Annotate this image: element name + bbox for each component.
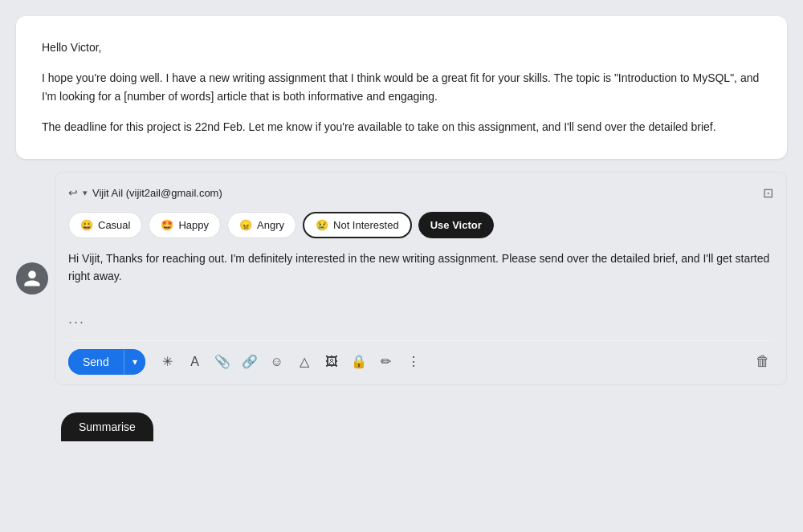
use-victor-label: Use Victor	[430, 219, 482, 231]
user-icon	[22, 269, 42, 288]
email-paragraph1: I hope you're doing well. I have a new w…	[42, 69, 761, 105]
compose-top-row: ↩ ▾ Vijit Ail (vijit2ail@gmail.com) ⊡	[68, 185, 773, 201]
emoji-icon[interactable]: ☺	[264, 349, 290, 375]
drive-icon[interactable]: △	[291, 349, 317, 375]
compose-toolbar: Send ▾ ✳ A 📎 🔗 ☺ △ 🖼 🔒 ✏ ⋮	[68, 340, 773, 375]
email-paragraph2: The deadline for this project is 22nd Fe…	[42, 118, 761, 136]
image-icon[interactable]: 🖼	[319, 349, 344, 375]
delete-icon[interactable]: 🗑	[752, 350, 773, 373]
send-dropdown-button[interactable]: ▾	[124, 350, 145, 374]
from-label: Vijit Ail (vijit2ail@gmail.com)	[92, 187, 222, 199]
ai-icon[interactable]: ✳	[155, 349, 181, 375]
tone-happy-button[interactable]: 🤩 Happy	[149, 212, 221, 238]
more-options-icon[interactable]: ⋮	[401, 349, 426, 375]
lock-icon[interactable]: 🔒	[346, 349, 372, 375]
send-dropdown-arrow: ▾	[132, 356, 137, 368]
attach-icon[interactable]: 📎	[210, 349, 235, 375]
link-icon[interactable]: 🔗	[237, 349, 263, 375]
tone-not-interested-button[interactable]: 😢 Not Interested	[303, 212, 412, 238]
compose-meta: ↩ ▾ Vijit Ail (vijit2ail@gmail.com)	[68, 186, 222, 199]
email-card: Hello Victor, I hope you're doing well. …	[16, 16, 787, 159]
summarise-container: Summarise	[16, 409, 787, 441]
casual-emoji: 😀	[80, 219, 93, 231]
reply-icon: ↩	[68, 186, 78, 199]
format-text-icon[interactable]: A	[182, 349, 208, 375]
reply-dropdown-icon[interactable]: ▾	[83, 188, 88, 198]
summarise-button[interactable]: Summarise	[61, 412, 153, 441]
signature-icon[interactable]: ✏	[373, 349, 399, 375]
toolbar-left: Send ▾ ✳ A 📎 🔗 ☺ △ 🖼 🔒 ✏ ⋮	[68, 349, 426, 375]
ellipsis: ···	[68, 314, 773, 331]
not-interested-label: Not Interested	[333, 219, 399, 231]
expand-icon[interactable]: ⊡	[763, 185, 773, 201]
toolbar-right: 🗑	[752, 350, 773, 373]
email-greeting: Hello Victor,	[42, 39, 761, 56]
happy-emoji: 🤩	[161, 219, 173, 231]
tone-angry-button[interactable]: 😠 Angry	[227, 212, 296, 238]
email-body: Hello Victor, I hope you're doing well. …	[42, 39, 761, 136]
avatar	[16, 262, 48, 294]
page-container: Hello Victor, I hope you're doing well. …	[16, 16, 787, 441]
not-interested-emoji: 😢	[316, 219, 328, 231]
angry-emoji: 😠	[239, 219, 252, 231]
use-victor-button[interactable]: Use Victor	[418, 212, 494, 238]
compose-inner: ↩ ▾ Vijit Ail (vijit2ail@gmail.com) ⊡ 😀 …	[55, 172, 787, 385]
send-btn-group: Send ▾	[68, 349, 145, 375]
happy-label: Happy	[178, 219, 209, 231]
compose-header-row: ↩ ▾ Vijit Ail (vijit2ail@gmail.com) ⊡ 😀 …	[16, 172, 787, 385]
casual-label: Casual	[98, 219, 130, 231]
tone-buttons: 😀 Casual 🤩 Happy 😠 Angry 😢 Not Intereste…	[68, 212, 773, 238]
reply-text: Hi Vijit, Thanks for reaching out. I'm d…	[68, 250, 773, 298]
send-button[interactable]: Send	[68, 349, 124, 375]
angry-label: Angry	[257, 219, 284, 231]
tone-casual-button[interactable]: 😀 Casual	[68, 212, 142, 238]
